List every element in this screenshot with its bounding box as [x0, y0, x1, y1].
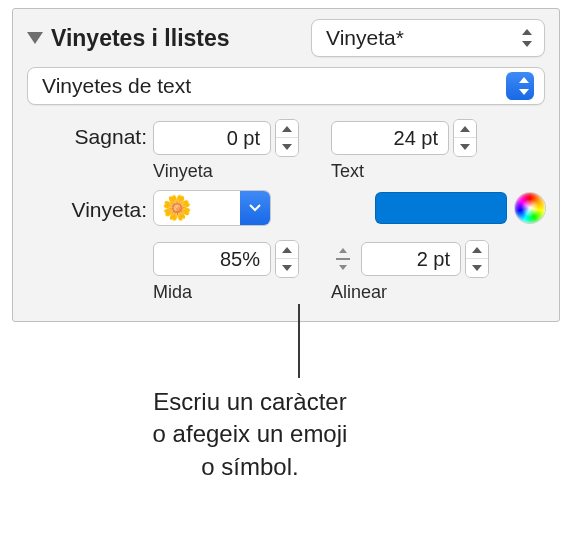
align-input[interactable]: 2 pt: [361, 242, 461, 276]
align-stepper[interactable]: [465, 240, 489, 278]
callout-text: Escriu un caràcter o afegeix un emoji o …: [100, 386, 400, 483]
callout-leader-line: [12, 322, 560, 386]
updown-arrows-icon: [517, 75, 531, 97]
step-up-button[interactable]: [276, 120, 298, 138]
step-up-button[interactable]: [466, 241, 488, 259]
bullets-lists-panel: Vinyetes i llistes Vinyeta* Vinyetes de …: [12, 8, 560, 322]
bullet-character-picker[interactable]: 🌼: [153, 190, 271, 226]
chevron-down-icon: [472, 265, 482, 271]
step-up-button[interactable]: [454, 120, 476, 138]
text-indent-input[interactable]: 24 pt: [331, 121, 449, 155]
step-down-button[interactable]: [466, 259, 488, 277]
text-indent-sublabel: Text: [331, 161, 477, 182]
chevron-down-icon: [282, 144, 292, 150]
align-sublabel: Alinear: [331, 282, 489, 303]
step-down-button[interactable]: [276, 138, 298, 156]
chevron-up-icon: [282, 126, 292, 132]
chevron-down-icon: [249, 204, 261, 212]
list-style-popup[interactable]: Vinyeta*: [311, 19, 545, 57]
updown-arrows-icon: [520, 27, 534, 49]
disclosure-triangle-icon[interactable]: [27, 32, 43, 44]
color-wheel-button[interactable]: [515, 193, 545, 223]
size-input[interactable]: 85%: [153, 242, 271, 276]
bullet-type-label: Vinyetes de text: [42, 74, 506, 98]
step-down-button[interactable]: [276, 259, 298, 277]
bullet-indent-sublabel: Vinyeta: [153, 161, 299, 182]
bullet-character-preview: 🌼: [154, 194, 240, 222]
bullet-indent-input[interactable]: 0 pt: [153, 121, 271, 155]
step-up-button[interactable]: [276, 241, 298, 259]
chevron-up-icon: [460, 126, 470, 132]
section-title: Vinyetes i llistes: [51, 25, 311, 52]
list-style-label: Vinyeta*: [326, 26, 512, 50]
chevron-up-icon: [472, 247, 482, 253]
chevron-down-icon: [282, 265, 292, 271]
bullet-label: Vinyeta:: [27, 194, 153, 222]
bullet-type-popup[interactable]: Vinyetes de text: [27, 67, 545, 105]
text-indent-stepper[interactable]: [453, 119, 477, 157]
bullet-character-dropdown[interactable]: [240, 191, 270, 225]
size-stepper[interactable]: [275, 240, 299, 278]
chevron-up-icon: [282, 247, 292, 253]
chevron-down-icon: [460, 144, 470, 150]
indent-label: Sagnat:: [27, 119, 153, 149]
step-down-button[interactable]: [454, 138, 476, 156]
bullet-indent-stepper[interactable]: [275, 119, 299, 157]
vertical-align-icon: [331, 244, 355, 274]
section-header: Vinyetes i llistes Vinyeta*: [27, 19, 545, 57]
bullet-color-swatch[interactable]: [375, 192, 507, 224]
size-sublabel: Mida: [153, 282, 299, 303]
